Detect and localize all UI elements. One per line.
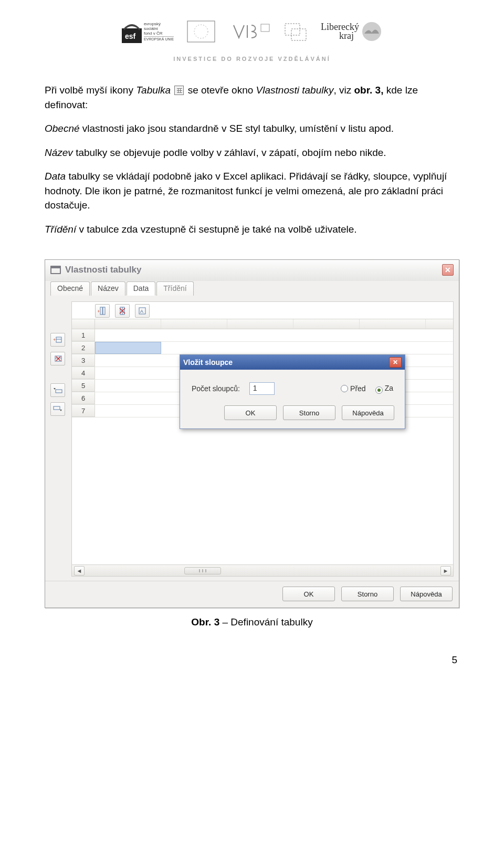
dialog-workarea: + + — [45, 295, 459, 581]
svg-rect-17 — [100, 307, 102, 315]
svg-rect-8 — [56, 337, 61, 342]
svg-point-3 — [194, 25, 208, 38]
delete-column-button[interactable] — [115, 304, 130, 318]
inner-button-row: OK Storno Nápověda — [180, 405, 405, 428]
count-label: Počet sloupců: — [192, 384, 240, 393]
close-icon[interactable]: ✕ — [442, 264, 454, 276]
svg-text:+: + — [53, 337, 56, 342]
row-number[interactable]: 5 — [72, 380, 95, 392]
help-button[interactable]: Nápověda — [342, 405, 394, 420]
kraj-text2: kraj — [321, 32, 359, 40]
scroll-left-icon[interactable]: ◄ — [74, 566, 85, 576]
row-number[interactable]: 1 — [72, 329, 95, 341]
ministry-logo — [228, 20, 270, 43]
svg-text:A: A — [140, 309, 143, 314]
svg-text:+: + — [98, 309, 100, 314]
row-number[interactable]: 7 — [72, 405, 95, 417]
svg-point-7 — [362, 22, 381, 41]
tab-obecne[interactable]: Obecné — [50, 281, 90, 296]
ok-button[interactable]: OK — [224, 405, 277, 420]
rectangles-logo — [283, 20, 308, 43]
cancel-button[interactable]: Storno — [341, 587, 394, 601]
paragraph-4: Data tabulky se vkládají podobně jako v … — [45, 169, 459, 213]
dialog-button-row: OK Storno Nápověda — [45, 581, 459, 608]
esf-text1: evropský — [144, 22, 174, 26]
top-toolbar: + A — [95, 304, 150, 318]
cancel-button[interactable]: Storno — [283, 405, 335, 420]
svg-rect-15 — [56, 390, 62, 393]
insert-columns-dialog: Vložit sloupce ✕ Počet sloupců: 1 Před Z… — [180, 354, 405, 429]
data-grid[interactable]: + A 1 2 3 4 — [71, 301, 454, 577]
insert-column-button[interactable]: + — [95, 304, 110, 318]
eu-flag-logo — [186, 20, 216, 43]
close-icon[interactable]: ✕ — [389, 357, 402, 368]
paragraph-1: Při volbě myší ikony Tabulka se otevře o… — [45, 83, 459, 112]
liberecky-kraj-logo: Liberecký kraj — [321, 21, 382, 42]
svg-rect-6 — [291, 29, 306, 40]
ok-button[interactable]: OK — [282, 587, 335, 601]
logo-band: esf evropský sociální fond v ČR EVROPSKÁ… — [45, 11, 459, 53]
horizontal-scrollbar[interactable]: ◄ ► — [72, 564, 453, 576]
help-button[interactable]: Nápověda — [400, 587, 453, 601]
row-number[interactable]: 6 — [72, 392, 95, 404]
move-row-down-button[interactable] — [50, 402, 65, 416]
inner-dialog-title: Vložit sloupce — [183, 358, 233, 367]
row-number[interactable]: 2 — [72, 342, 95, 354]
grid-blank — [72, 417, 453, 564]
svg-text:esf: esf — [125, 32, 136, 40]
esf-logo: esf evropský sociální fond v ČR EVROPSKÁ… — [122, 20, 174, 43]
radio-before[interactable]: Před — [341, 384, 366, 393]
radio-after[interactable]: Za — [375, 384, 393, 394]
table-properties-dialog: Vlastnosti tabulky ✕ Obecné Název Data T… — [45, 259, 459, 608]
paragraph-2: Obecné vlastnosti jako jsou standardně v… — [45, 121, 459, 136]
column-width-button[interactable]: A — [135, 304, 150, 318]
figure-caption: Obr. 3 – Definování tabulky — [45, 616, 459, 628]
svg-rect-2 — [187, 21, 215, 42]
window-icon — [50, 266, 61, 274]
esf-text2: sociální — [144, 26, 174, 31]
svg-rect-16 — [54, 406, 60, 410]
investice-slogan: INVESTICE DO ROZVOJE VZDĚLÁVÁNÍ — [45, 56, 459, 62]
row-number[interactable]: 3 — [72, 354, 95, 367]
column-count-input[interactable]: 1 — [249, 382, 275, 395]
scroll-right-icon[interactable]: ► — [440, 566, 451, 576]
selected-cell[interactable] — [95, 342, 161, 354]
svg-rect-4 — [261, 24, 269, 32]
add-row-button[interactable]: + — [50, 333, 65, 347]
inner-dialog-titlebar: Vložit sloupce ✕ — [180, 355, 405, 370]
grid-header — [72, 319, 453, 329]
row-number[interactable]: 4 — [72, 367, 95, 379]
delete-row-button[interactable] — [50, 352, 65, 365]
paragraph-5: Třídění v tabulce zda vzestupně či sestu… — [45, 222, 459, 237]
tab-data[interactable]: Data — [127, 281, 156, 296]
esf-text3: fond v ČR — [144, 31, 174, 37]
dialog-titlebar: Vlastnosti tabulky ✕ — [45, 260, 459, 281]
svg-rect-5 — [285, 24, 300, 35]
eu-text: EVROPSKÁ UNIE — [144, 37, 174, 41]
page-number: 5 — [45, 654, 459, 666]
inner-dialog-body: Počet sloupců: 1 Před Za — [180, 370, 405, 405]
tab-row: Obecné Název Data Třídění — [45, 281, 459, 295]
paragraph-3: Název tabulky se objevuje podle volby v … — [45, 145, 459, 160]
tab-nazev[interactable]: Název — [91, 281, 125, 296]
move-row-up-button[interactable] — [50, 383, 65, 397]
table-icon — [174, 86, 184, 95]
scroll-thumb[interactable] — [184, 567, 221, 574]
svg-rect-18 — [103, 307, 105, 315]
dialog-title-text: Vlastnosti tabulky — [65, 265, 141, 275]
tab-trideni[interactable]: Třídění — [156, 281, 193, 296]
left-toolbar: + — [50, 301, 68, 577]
